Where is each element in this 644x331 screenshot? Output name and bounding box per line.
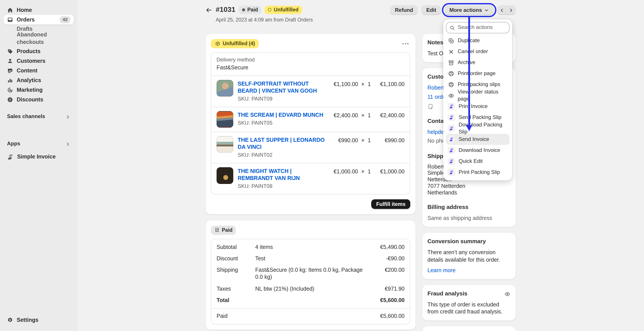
line-total: €990.00 [373,137,404,144]
product-link[interactable]: THE SCREAM | EDVARD MUNCH [238,111,326,118]
archive-icon [448,59,454,66]
unfulfilled-count-badge: Unfulfilled (4) [211,39,259,48]
next-order-icon[interactable] [506,5,516,15]
line-item-row: SELF-PORTRAIT WITHOUT BEARD | VINCENT VA… [211,76,410,106]
sidebar-item-analytics[interactable]: Analytics [4,75,74,85]
line-item-row: THE NIGHT WATCH | REMBRANDT VAN RIJN SKU… [211,163,410,194]
tags-card: Tags [422,327,516,331]
sidebar-item-simple-invoice[interactable]: Simple Invoice [4,152,74,162]
shipping-address-line: Netherlands [428,189,510,196]
unit-price: €2,400.00 [330,112,358,119]
sidebar-item-discounts[interactable]: Discounts [4,95,74,104]
menu-item-send-packing-slip[interactable]: Send Packing Slip [446,112,510,123]
menu-item-cancel-order[interactable]: Cancel order [446,46,510,57]
orders-count-badge: 42 [60,16,70,23]
app-logo-icon [448,114,455,121]
product-sku: SKU: PAINT08 [238,183,326,190]
menu-item-duplicate[interactable]: Duplicate [446,35,510,46]
sidebar-item-orders[interactable]: Orders 42 [4,15,74,24]
menu-item-send-invoice[interactable]: Send Invoice [446,134,510,145]
sidebar-item-abandoned-checkouts[interactable]: Abandoned checkouts [4,34,74,43]
shipping-address-line: 7077 Netterden [428,183,510,190]
app-logo-icon [448,125,455,132]
previous-order-icon[interactable] [497,5,506,15]
delivery-method: Delivery method Fast&Secure [211,52,410,75]
line-total: €1,100.00 [373,80,404,88]
times-symbol: × [358,80,368,88]
paid-chip: Paid [211,226,236,235]
menu-item-print-packing-slip[interactable]: Print Packing Slip [446,167,510,178]
menu-item-quick-edit[interactable]: Quick Edit [446,156,510,167]
menu-item-download-invoice[interactable]: Download Invoice [446,145,510,156]
order-date-subtitle: April 25, 2023 at 4:09 am from Draft Ord… [216,17,313,23]
product-link[interactable]: THE LAST SUPPER | LEONARDO DA VINCI [238,136,326,151]
back-arrow-icon[interactable] [206,5,212,15]
menu-item-archive[interactable]: Archive [446,57,510,68]
product-thumbnail [216,167,233,184]
product-link[interactable]: THE NIGHT WATCH | REMBRANDT VAN RIJN [238,167,326,182]
delivery-method-value: Fast&Secure [216,64,404,71]
summary-row: Shipping Fast&Secure (0.0 kg: Items 0.0 … [211,264,410,283]
person-icon [7,58,13,64]
product-sku: SKU: PAINT02 [238,152,326,159]
x-icon [448,48,454,55]
quantity: 1 [368,80,373,88]
sidebar-item-content[interactable]: Content [4,66,74,75]
payment-status-badge: Paid [238,6,262,14]
sidebar-section-sales-channels[interactable]: Sales channels [4,112,74,121]
unit-price: €1,100.00 [330,80,358,88]
times-symbol: × [358,112,368,119]
sidebar: Home Orders 42 Drafts Abandoned checkout… [0,0,77,331]
sidebar-item-customers[interactable]: Customers [4,56,74,66]
app-logo-icon [448,147,455,154]
paid-row: Paid €5,600.00 [211,309,410,324]
more-actions-button[interactable]: More actions [444,5,494,15]
fraud-analysis-card: Fraud analysis This type of order is exc… [422,285,516,321]
edit-button[interactable]: Edit [422,5,441,15]
filled-dot-icon [242,8,245,11]
sidebar-item-label: Home [17,6,32,14]
menu-item-view-order-status-page[interactable]: View order status page [446,90,510,101]
app-logo-icon [448,169,455,176]
conversion-title: Conversion summary [428,238,510,246]
chevron-down-icon [484,8,489,12]
menu-item-print-packing-slips[interactable]: Print packing slips [446,79,510,90]
refund-button[interactable]: Refund [390,5,418,15]
fraud-title: Fraud analysis [428,290,468,298]
product-link[interactable]: SELF-PORTRAIT WITHOUT BEARD | VINCENT VA… [238,80,326,94]
unit-price: €990.00 [330,137,358,144]
printer-icon [448,70,454,77]
sidebar-item-label: Orders [17,16,35,23]
line-total: €2,400.00 [373,112,404,119]
unfulfilled-card: Unfulfilled (4) Delivery method Fast&Sec… [206,33,416,214]
app-logo-icon [448,158,455,165]
sidebar-item-settings[interactable]: Settings [4,315,74,325]
duplicate-icon [448,37,454,44]
line-item-row: THE SCREAM | EDVARD MUNCH SKU: PAINT05 €… [211,107,410,131]
tag-icon [7,48,13,54]
sidebar-item-home[interactable]: Home [4,5,74,15]
open-circle-icon [268,8,272,12]
more-menu-icon[interactable] [401,41,410,46]
search-icon [450,25,455,30]
app-logo-icon [448,103,455,110]
menu-item-print-order-page[interactable]: Print order page [446,68,510,79]
delivery-method-label: Delivery method [216,56,404,63]
eye-icon[interactable] [504,291,510,297]
fulfill-items-button[interactable]: Fulfill items [372,199,410,209]
fraud-body: This type of order is excluded from cred… [428,301,510,316]
order-detail-page: Home Orders 42 Drafts Abandoned checkout… [0,0,644,331]
menu-item-download-packing-slip[interactable]: Download Packing Slip [446,123,510,134]
order-pagination [497,5,516,15]
printer-icon [448,81,454,88]
menu-item-print-invoice[interactable]: Print Invoice [446,101,510,112]
summary-row: Discount Test -€90.00 [211,253,410,265]
sidebar-item-products[interactable]: Products [4,46,74,56]
product-sku: SKU: PAINT05 [238,120,326,127]
learn-more-link[interactable]: Learn more [428,267,510,274]
page-title: #1031 [216,5,236,14]
receipt-check-icon [214,228,220,233]
sidebar-item-marketing[interactable]: Marketing [4,85,74,95]
sidebar-section-apps[interactable]: Apps [4,140,74,148]
search-actions-input[interactable]: Search actions [446,22,510,33]
